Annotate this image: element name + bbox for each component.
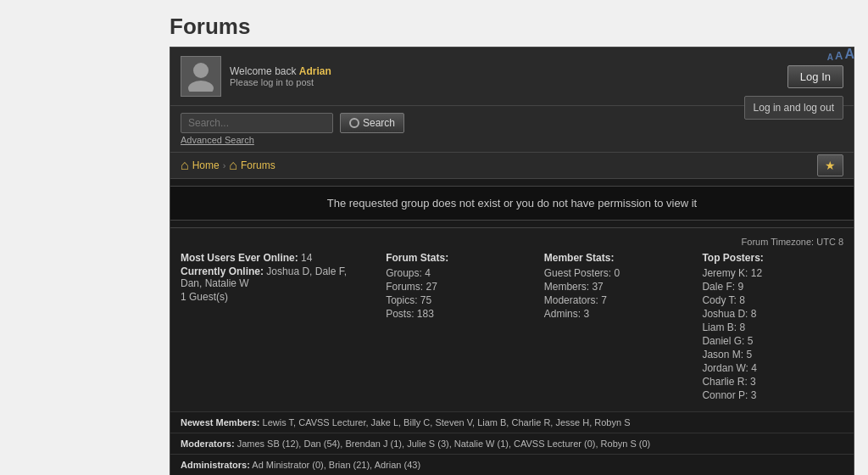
moderators-stat: Moderators: 7 [544, 294, 686, 306]
timezone-label: Forum Timezone: [742, 237, 815, 247]
top-poster-item: Cody T: 8 [702, 294, 843, 306]
forums-stat: Forums: 27 [386, 281, 527, 293]
search-input[interactable] [181, 113, 333, 133]
groups-stat: Groups: 4 [386, 267, 527, 279]
most-users-line: Most Users Ever Online: 14 [181, 252, 369, 264]
forums-icon: ⌂ [229, 158, 237, 173]
forum-container: Welcome back Adrian Please log in to pos… [170, 47, 854, 475]
stats-grid: Most Users Ever Online: 14 Currently Onl… [181, 252, 843, 403]
currently-online-label: Currently Online: [181, 265, 264, 277]
guests-line: 1 Guest(s) [181, 291, 369, 303]
login-button[interactable]: Log In [787, 65, 843, 88]
font-small-button[interactable]: A [827, 53, 833, 62]
font-medium-button[interactable]: A [835, 49, 843, 62]
search-button[interactable]: Search [340, 113, 404, 133]
top-poster-item: Joshua D: 8 [702, 308, 843, 320]
forum-timezone: Forum Timezone: UTC 8 [181, 237, 843, 247]
nav-row: ⌂ Home › ⌂ Forums ★ [170, 153, 854, 179]
avatar [181, 56, 221, 97]
top-poster-item: Jordan W: 4 [702, 362, 843, 374]
login-tooltip: Log in and log out [744, 96, 843, 120]
stats-top-posters: Top Posters: Jeremy K: 12Dale F: 9Cody T… [702, 252, 843, 403]
moderators-bar: Moderators: James SB (12), Dan (54), Bre… [170, 433, 854, 454]
member-stats-label: Member Stats: [544, 252, 686, 264]
top-poster-item: Jason M: 5 [702, 349, 843, 360]
administrators-label: Administrators: [181, 460, 250, 470]
topics-stat: Topics: 75 [386, 294, 527, 306]
svg-point-1 [188, 81, 214, 92]
search-icon [349, 118, 359, 128]
stats-forum: Forum Stats: Groups: 4 Forums: 27 Topics… [386, 252, 527, 403]
top-posters-label: Top Posters: [702, 252, 843, 264]
stats-section: Forum Timezone: UTC 8 Most Users Ever On… [170, 227, 854, 411]
search-column: Search Advanced Search [181, 113, 404, 145]
stats-member: Member Stats: Guest Posters: 0 Members: … [544, 252, 686, 403]
newest-members-label: Newest Members: [181, 417, 260, 428]
members-stat: Members: 37 [544, 281, 686, 293]
timezone-value: UTC 8 [816, 237, 843, 247]
top-poster-item: Charlie R: 3 [702, 376, 843, 388]
welcome-prefix: Welcome back [230, 65, 299, 77]
top-poster-item: Dale F: 9 [702, 281, 843, 293]
advanced-search-link[interactable]: Advanced Search [181, 135, 404, 145]
breadcrumb-home[interactable]: Home [192, 159, 220, 171]
administrators-bar: Administrators: Ad Ministrator (0), Bria… [170, 454, 854, 475]
home-icon: ⌂ [181, 158, 189, 173]
permission-message: The requested group does not exist or yo… [170, 186, 854, 221]
please-login-text: Please log in to post [230, 77, 331, 87]
font-large-button[interactable]: A [844, 47, 854, 62]
search-button-label: Search [363, 117, 395, 129]
most-users-label: Most Users Ever Online: [181, 252, 298, 264]
svg-point-0 [193, 63, 209, 78]
breadcrumb-separator: › [223, 160, 226, 170]
top-poster-item: Daniel G: 5 [702, 335, 843, 347]
administrators-list: Ad Ministrator (0), Brian (21), Adrian (… [252, 460, 420, 470]
welcome-text: Welcome back Adrian [230, 65, 331, 77]
forum-stats-label: Forum Stats: [386, 252, 527, 264]
star-button[interactable]: ★ [817, 154, 843, 176]
posts-stat: Posts: 183 [386, 308, 527, 320]
most-users-value: 14 [301, 252, 312, 264]
top-bar: Welcome back Adrian Please log in to pos… [170, 48, 854, 106]
login-area: Log In Log in and log out [787, 65, 843, 88]
newest-members-bar: Newest Members: Lewis T, CAVSS Lecturer,… [170, 411, 854, 433]
stats-left: Most Users Ever Online: 14 Currently Onl… [181, 252, 369, 403]
breadcrumb: ⌂ Home › ⌂ Forums [181, 153, 275, 178]
moderators-list: James SB (12), Dan (54), Brendan J (1), … [237, 439, 651, 449]
search-row: Search [181, 113, 404, 133]
welcome-name: Adrian [299, 65, 331, 77]
top-poster-item: Jeremy K: 12 [702, 267, 843, 279]
newest-members-list: Lewis T, CAVSS Lecturer, Jake L, Billy C… [263, 417, 631, 428]
top-poster-item: Connor P: 3 [702, 389, 843, 401]
page-title: Forums [170, 14, 868, 40]
top-poster-item: Liam B: 8 [702, 321, 843, 333]
font-size-controls: A A A [827, 47, 854, 62]
top-posters-list: Jeremy K: 12Dale F: 9Cody T: 8Joshua D: … [702, 267, 843, 401]
moderators-label: Moderators: [181, 439, 235, 449]
admins-stat: Admins: 3 [544, 308, 686, 320]
currently-online-line: Currently Online: Joshua D, Dale F, Dan,… [181, 265, 369, 289]
user-section: Welcome back Adrian Please log in to pos… [181, 56, 331, 97]
welcome-block: Welcome back Adrian Please log in to pos… [230, 65, 331, 87]
guest-posters-stat: Guest Posters: 0 [544, 267, 686, 279]
breadcrumb-forums[interactable]: Forums [241, 159, 275, 171]
